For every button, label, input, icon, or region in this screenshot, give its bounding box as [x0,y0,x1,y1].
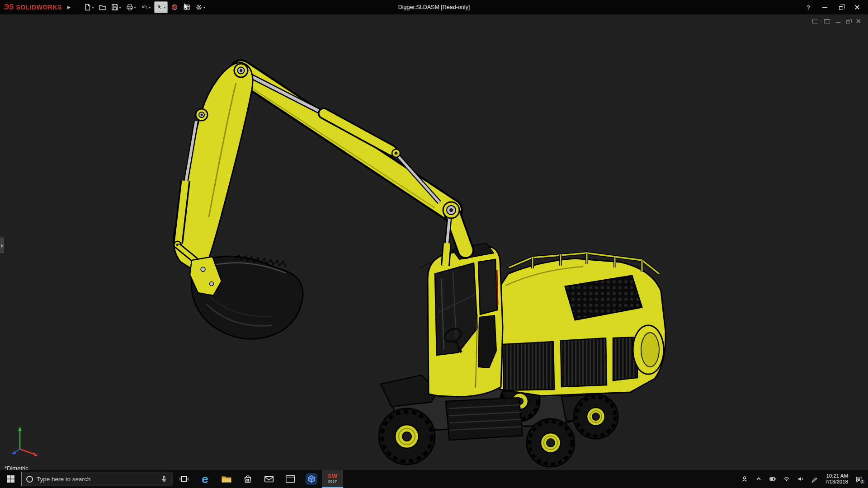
taskbar-app-edge[interactable]: e [194,470,216,488]
print-icon [126,4,133,11]
cube-icon [306,473,317,485]
select-arrow-icon [156,4,163,11]
battery-icon [769,475,776,483]
taskbar-app-console[interactable] [279,470,301,488]
taskbar-app-solidworks[interactable]: SW 2017 [322,470,343,488]
windows-ink-button[interactable] [811,475,818,483]
people-button[interactable] [741,475,748,483]
taskbar-app-file-explorer[interactable] [216,470,237,488]
panel-flyout-tab[interactable] [0,238,4,253]
volume-button[interactable] [797,475,804,483]
windows-logo-icon [7,475,15,483]
system-tray: 10:21 AM 7/13/2018 2 [741,473,868,485]
start-button[interactable] [0,470,21,488]
doc-restore-icon[interactable] [846,20,850,23]
solidworks-2017-icon: SW 2017 [328,474,338,484]
save-button[interactable]: ▾ [109,1,123,13]
taskbar-app-mail[interactable] [258,470,279,488]
undo-icon [141,4,148,11]
solidworks-logo: ЭS SOLIDWORKS [0,3,62,11]
excavator-cab[interactable] [420,243,503,397]
excavator-wheel-front[interactable] [379,408,435,465]
dropdown-caret-icon[interactable]: ▾ [92,5,94,9]
console-window-icon [285,474,296,484]
dropdown-caret-icon[interactable]: ▾ [203,5,205,9]
people-icon [741,475,748,483]
solidworks-icon-text: SW [328,474,338,479]
undo-button[interactable]: ▾ [139,1,153,13]
cortana-icon [26,476,33,483]
minimize-button[interactable] [816,0,833,14]
3ds-logo-icon: ЭS [4,3,14,11]
save-icon [111,4,118,11]
tray-overflow-button[interactable] [755,475,762,483]
brand-name: SOLIDWORKS [16,4,61,11]
clock-time: 10:21 AM [825,473,848,479]
excavator-wheel-rear[interactable] [574,394,618,439]
file-properties-button[interactable] [181,1,192,13]
taskbar: e SW 20 [0,470,868,488]
orientation-triad [6,421,47,458]
window-controls: ? [800,0,868,14]
rebuild-icon [171,4,178,11]
wifi-icon [783,475,790,483]
options-button[interactable]: ▾ [193,1,207,13]
new-document-icon [84,4,91,11]
toolbar-flyout-icon[interactable]: ▶ [67,5,71,9]
search-input[interactable] [37,476,156,483]
quick-access-toolbar: ▾ ▾ ▾ ▾ ▾ ▾ [82,1,207,13]
dropdown-caret-icon[interactable]: ▾ [149,5,151,9]
notification-badge: 2 [859,479,865,485]
open-folder-icon [99,4,106,11]
dropdown-caret-icon[interactable]: ▾ [134,5,136,9]
titlebar: ЭS SOLIDWORKS ▶ ▾ ▾ ▾ ▾ ▾ [0,0,868,14]
doc-window-icon[interactable] [824,19,830,23]
pen-icon [811,475,818,483]
maximize-button[interactable] [833,0,849,14]
taskbar-clock[interactable]: 10:21 AM 7/13/2018 [825,473,848,485]
restore-icon [839,6,843,10]
gear-icon [195,4,203,11]
help-button[interactable]: ? [800,0,816,14]
new-document-button[interactable]: ▾ [82,1,96,13]
solidworks-icon-year: 2017 [328,479,337,484]
dropdown-caret-icon[interactable]: ▾ [119,5,121,9]
store-icon [242,474,253,484]
excavator-bucket[interactable] [190,255,303,339]
task-view-icon [179,474,189,484]
doc-close-icon[interactable] [856,19,861,23]
network-button[interactable] [783,475,790,483]
chevron-up-icon [755,475,762,483]
minimize-icon [822,7,827,8]
excavator-engine-deck[interactable] [500,253,665,396]
print-button[interactable]: ▾ [124,1,138,13]
excavator-boom[interactable] [174,62,466,281]
microphone-icon[interactable] [160,475,168,483]
excavator-model[interactable] [0,14,868,470]
rebuild-button[interactable] [169,1,180,13]
close-button[interactable] [849,0,865,14]
dropdown-caret-icon[interactable]: ▾ [164,5,166,9]
help-label: ? [807,4,810,11]
clock-date: 7/13/2018 [825,479,848,485]
close-icon [854,5,860,10]
task-view-button[interactable] [173,470,194,488]
speaker-icon [797,475,804,483]
doc-window-icon[interactable] [812,19,818,23]
edge-icon: e [202,473,208,485]
open-button[interactable] [97,1,108,13]
file-explorer-icon [221,474,232,484]
file-properties-icon [183,4,190,11]
view-orientation-label: *Dimetric [5,465,28,470]
action-center-button[interactable]: 2 [855,475,863,483]
excavator-wheel-front-far[interactable] [527,419,575,467]
document-window-controls [812,19,861,23]
taskbar-app-edrawings[interactable] [301,470,322,488]
graphics-viewport[interactable]: *Dimetric [0,14,868,470]
taskbar-app-store[interactable] [237,470,258,488]
select-tool-button[interactable]: ▾ [154,1,168,13]
doc-minimize-icon[interactable] [836,22,840,23]
mail-icon [264,474,274,484]
taskbar-search[interactable] [21,472,173,486]
battery-button[interactable] [769,475,776,483]
